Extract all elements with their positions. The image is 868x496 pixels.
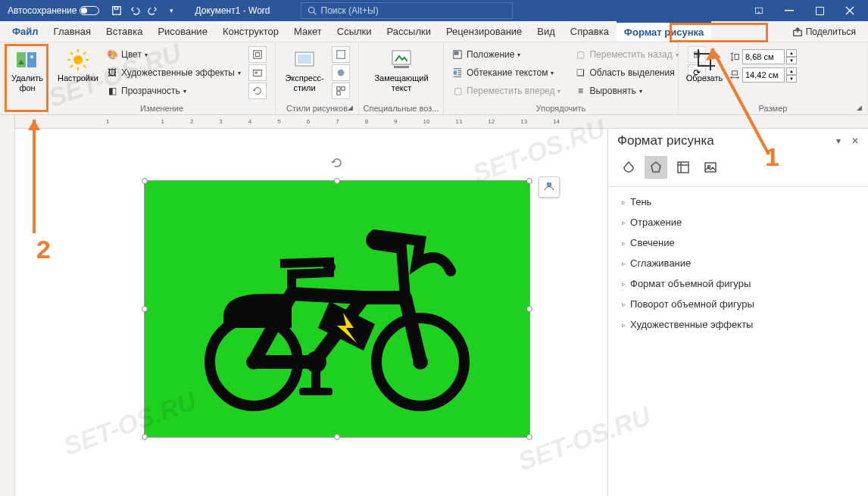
save-icon[interactable] xyxy=(108,2,125,19)
section-glow[interactable]: Свечение xyxy=(608,232,868,253)
ribbon-tabs: Файл Главная Вставка Рисование Конструкт… xyxy=(0,21,868,42)
svg-rect-21 xyxy=(392,51,411,64)
ribbon-options-icon[interactable] xyxy=(744,0,774,21)
width-icon xyxy=(729,69,741,81)
position-button[interactable]: Положение ▾ xyxy=(448,46,564,63)
corrections-button[interactable]: Настройки xyxy=(53,45,103,99)
group-alt-text: Замещающий текст Специальные воз... xyxy=(359,42,444,114)
autosave-label: Автосохранение xyxy=(8,5,76,16)
pane-close-icon[interactable]: ✕ xyxy=(851,136,859,146)
width-input[interactable] xyxy=(742,67,785,83)
tab-layout[interactable]: Макет xyxy=(286,21,329,42)
alt-text-icon xyxy=(389,48,414,72)
svg-rect-25 xyxy=(454,70,457,74)
express-styles-button[interactable]: Экспресс-стили xyxy=(280,45,329,99)
picture-layout-button[interactable] xyxy=(332,83,350,99)
tab-view[interactable]: Вид xyxy=(529,21,563,42)
transparency-icon: ◧ xyxy=(106,85,118,97)
section-3d-format[interactable]: Формат объемной фигуры xyxy=(608,273,868,294)
compress-pictures-button[interactable] xyxy=(248,46,267,63)
artistic-effects-button[interactable]: 🖼Художественные эффекты ▾ xyxy=(103,64,244,81)
picture-border-button[interactable] xyxy=(332,46,350,63)
svg-rect-24 xyxy=(455,52,458,55)
maximize-icon[interactable] xyxy=(804,0,835,21)
resize-handle[interactable] xyxy=(334,178,340,184)
tab-file[interactable]: Файл xyxy=(5,21,46,42)
horizontal-ruler: 11234567891011121314 xyxy=(15,115,868,129)
minimize-icon[interactable] xyxy=(774,0,804,21)
group-alt-label: Специальные воз... xyxy=(359,104,443,113)
pane-dropdown-icon[interactable]: ▾ xyxy=(836,136,841,146)
size-properties-icon[interactable] xyxy=(672,156,695,179)
section-3d-rotation[interactable]: Поворот объемной фигуры xyxy=(608,294,868,314)
section-shadow[interactable]: Тень xyxy=(608,192,868,212)
resize-handle[interactable] xyxy=(334,434,340,440)
rotate-handle-icon[interactable] xyxy=(331,157,343,169)
tab-references[interactable]: Ссылки xyxy=(329,21,379,42)
send-backward-button[interactable]: ▢Переместить назад ▾ xyxy=(571,46,681,63)
svg-point-10 xyxy=(73,55,83,64)
tab-help[interactable]: Справка xyxy=(563,21,617,42)
height-icon xyxy=(729,51,741,63)
height-up[interactable]: ▲ xyxy=(786,49,797,57)
section-soft-edges[interactable]: Сглаживание xyxy=(608,253,868,273)
tab-picture-format[interactable]: Формат рисунка xyxy=(617,21,711,42)
tab-review[interactable]: Рецензирование xyxy=(439,21,529,42)
annotation-num-1: 1 xyxy=(765,142,779,172)
reset-picture-button[interactable] xyxy=(248,83,267,99)
bicycle-icon xyxy=(178,203,496,415)
resize-handle[interactable] xyxy=(526,178,532,184)
picture-effects-button[interactable] xyxy=(332,64,350,81)
layout-options-button[interactable] xyxy=(539,176,560,198)
tab-mailings[interactable]: Рассылки xyxy=(379,21,439,42)
resize-handle[interactable] xyxy=(142,434,148,440)
svg-rect-12 xyxy=(254,70,262,76)
section-reflection[interactable]: Отражение xyxy=(608,212,868,232)
resize-handle[interactable] xyxy=(142,306,148,312)
redo-icon[interactable] xyxy=(145,2,161,19)
selected-image[interactable] xyxy=(144,180,530,438)
resize-handle[interactable] xyxy=(526,306,532,312)
wrap-text-button[interactable]: Обтекание текстом ▾ xyxy=(448,64,564,81)
height-input[interactable] xyxy=(742,49,785,64)
align-button[interactable]: ≡Выровнять ▾ xyxy=(571,83,681,99)
width-down[interactable]: ▼ xyxy=(786,75,797,83)
crop-button[interactable]: Обрезать xyxy=(683,45,726,83)
resize-handle[interactable] xyxy=(142,178,148,184)
svg-point-13 xyxy=(255,72,258,74)
bring-forward-button[interactable]: ▢Переместить вперед ▾ xyxy=(448,83,564,99)
styles-launcher-icon[interactable]: ◢ xyxy=(348,104,357,113)
change-picture-button[interactable] xyxy=(248,64,267,81)
selection-pane-button[interactable]: ❏Область выделения xyxy=(571,64,681,81)
alt-text-button[interactable]: Замещающий текст xyxy=(364,45,439,93)
selection-icon: ❏ xyxy=(574,67,586,79)
undo-icon[interactable] xyxy=(126,2,143,19)
close-icon[interactable] xyxy=(835,0,865,21)
picture-properties-icon[interactable] xyxy=(699,156,722,179)
search-input[interactable]: Поиск (Alt+Ы) xyxy=(301,2,513,19)
pane-title: Формат рисунка xyxy=(617,133,714,148)
color-button[interactable]: 🎨Цвет ▾ xyxy=(103,46,244,63)
crop-label: Обрезать xyxy=(686,73,723,83)
tab-home[interactable]: Главная xyxy=(46,21,98,42)
effects-icon[interactable] xyxy=(645,156,667,179)
qat-dropdown-icon[interactable]: ▾ xyxy=(163,2,180,19)
group-styles-label: Стили рисунков xyxy=(276,104,358,113)
tab-insert[interactable]: Вставка xyxy=(98,21,150,42)
tab-draw[interactable]: Рисование xyxy=(150,21,214,42)
resize-handle[interactable] xyxy=(526,434,532,440)
share-button[interactable]: Поделиться xyxy=(786,21,862,42)
styles-icon xyxy=(292,48,317,72)
autosave-toggle[interactable]: Автосохранение xyxy=(3,5,104,16)
fill-line-icon[interactable] xyxy=(617,156,640,179)
tab-design[interactable]: Конструктор xyxy=(215,21,286,42)
document-area[interactable] xyxy=(15,129,607,496)
section-artistic[interactable]: Художественные эффекты xyxy=(608,314,868,335)
transparency-button[interactable]: ◧Прозрачность ▾ xyxy=(103,83,244,99)
height-down[interactable]: ▼ xyxy=(786,57,797,64)
size-launcher-icon[interactable]: ◢ xyxy=(857,104,866,113)
width-up[interactable]: ▲ xyxy=(786,67,797,75)
artistic-icon: 🖼 xyxy=(106,67,118,79)
remove-background-button[interactable]: Удалить фон xyxy=(5,45,50,93)
pane-category-icons xyxy=(608,153,868,187)
